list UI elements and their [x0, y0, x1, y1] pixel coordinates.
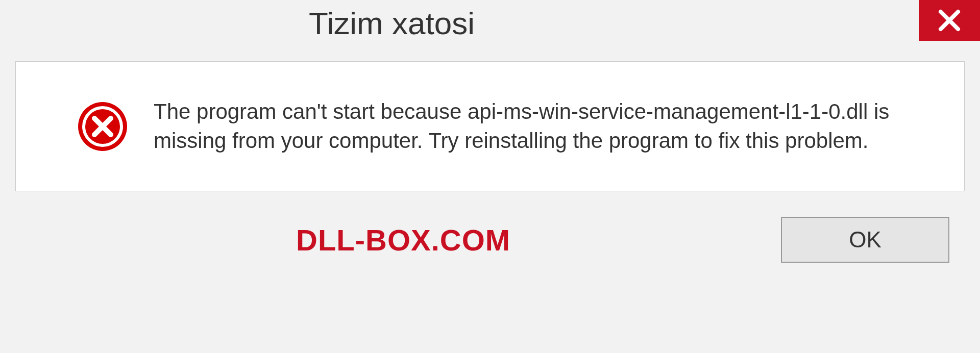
- dialog-title: Tizim xatosi: [0, 0, 475, 41]
- close-button[interactable]: [919, 0, 980, 41]
- ok-button-label: OK: [849, 227, 881, 253]
- error-dialog: Tizim xatosi The program can't start bec…: [0, 0, 980, 353]
- footer: DLL-BOX.COM OK: [0, 207, 980, 278]
- watermark-text: DLL-BOX.COM: [31, 223, 510, 257]
- content-area: The program can't start because api-ms-w…: [15, 61, 965, 191]
- error-icon: [77, 101, 128, 152]
- error-message: The program can't start because api-ms-w…: [154, 97, 934, 155]
- ok-button[interactable]: OK: [781, 217, 949, 263]
- close-icon: [937, 8, 962, 33]
- titlebar: Tizim xatosi: [0, 0, 980, 56]
